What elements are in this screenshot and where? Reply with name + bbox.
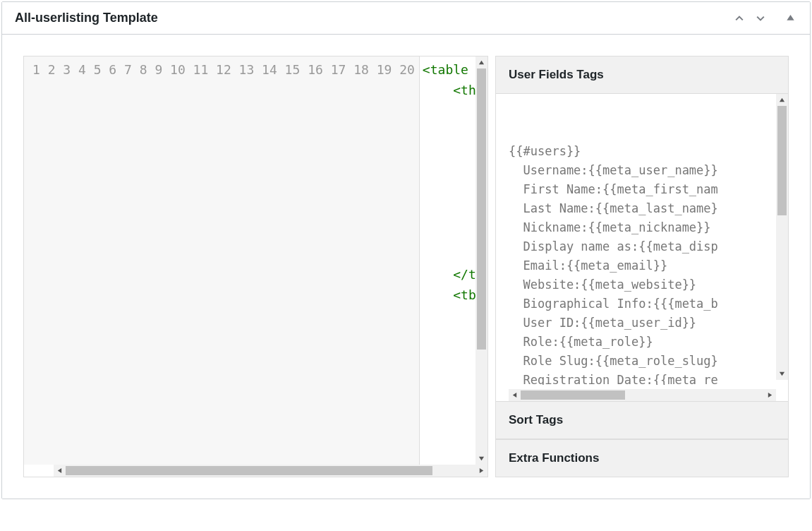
scroll-left-icon[interactable] [509, 389, 521, 401]
scroll-down-icon[interactable] [475, 453, 487, 465]
tags-list[interactable]: {{#users}} Username:{{meta_user_name}} F… [509, 104, 788, 385]
panel-header: All-userlisting Template [2, 2, 810, 35]
panel-controls [732, 11, 797, 25]
scrollbar-thumb[interactable] [477, 68, 486, 350]
tags-horizontal-scrollbar[interactable] [509, 389, 776, 401]
panel-body: 1 2 3 4 5 6 7 8 9 10 11 12 13 14 15 16 1… [2, 35, 810, 499]
scroll-left-icon[interactable] [54, 465, 66, 477]
line-gutter: 1 2 3 4 5 6 7 8 9 10 11 12 13 14 15 16 1… [24, 56, 420, 465]
editor-vertical-scrollbar[interactable] [475, 56, 487, 465]
tags-sidebar: User Fields Tags {{#users}} Username:{{m… [495, 56, 789, 477]
code-editor[interactable]: 1 2 3 4 5 6 7 8 9 10 11 12 13 14 15 16 1… [23, 56, 488, 477]
accordion-sort-tags[interactable]: Sort Tags [496, 401, 788, 439]
template-panel: All-userlisting Template 1 2 3 4 5 6 7 8… [1, 1, 811, 499]
scroll-down-icon[interactable] [776, 368, 788, 380]
user-fields-body: {{#users}} Username:{{meta_user_name}} F… [496, 94, 788, 401]
move-up-icon[interactable] [732, 11, 746, 25]
editor-horizontal-scrollbar[interactable] [54, 465, 487, 477]
scroll-up-icon[interactable] [776, 94, 788, 106]
scrollbar-thumb[interactable] [777, 106, 787, 215]
tags-vertical-scrollbar[interactable] [776, 94, 788, 380]
scrollbar-thumb[interactable] [521, 390, 625, 400]
code-content[interactable]: <table class="wppb-table"> <thead> <tr> … [420, 56, 475, 465]
accordion-extra-functions[interactable]: Extra Functions [496, 439, 788, 477]
move-down-icon[interactable] [753, 11, 768, 25]
scroll-right-icon[interactable] [764, 389, 776, 401]
scroll-right-icon[interactable] [475, 465, 487, 477]
panel-title: All-userlisting Template [15, 11, 158, 25]
scroll-up-icon[interactable] [475, 56, 487, 68]
scrollbar-thumb[interactable] [66, 466, 432, 475]
accordion-user-fields[interactable]: User Fields Tags [496, 56, 788, 94]
collapse-icon[interactable] [783, 11, 797, 25]
